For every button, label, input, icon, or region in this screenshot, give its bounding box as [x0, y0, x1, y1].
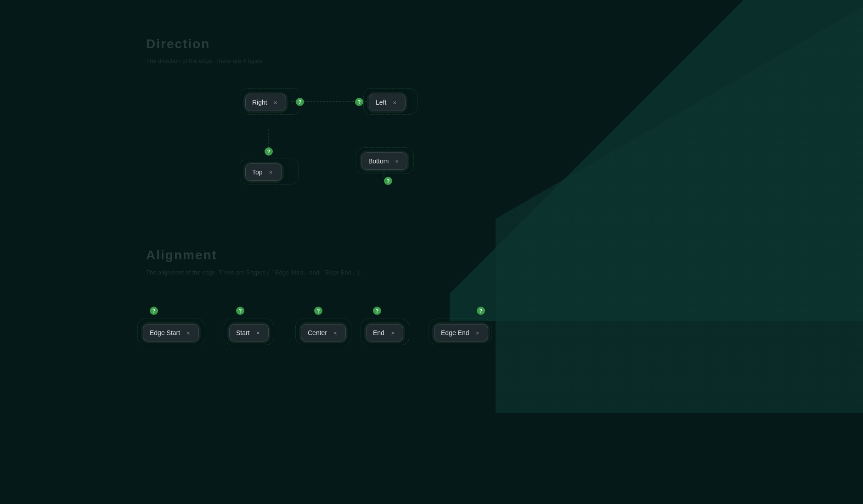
left-node-q-badge[interactable]: ?	[355, 98, 363, 106]
section2-title: Alignment	[146, 248, 217, 263]
start-node-label: Start	[236, 329, 250, 336]
end-node-close[interactable]: ×	[389, 329, 396, 336]
connector-lines	[0, 0, 863, 504]
left-node-close[interactable]: ×	[391, 99, 398, 106]
top-node-label: Top	[252, 168, 263, 176]
center-node[interactable]: Center ×	[301, 324, 346, 342]
bottom-node[interactable]: Bottom ×	[361, 152, 407, 170]
start-node-close[interactable]: ×	[254, 329, 262, 336]
end-node[interactable]: End ×	[366, 324, 403, 342]
bottom-node-label: Bottom	[368, 157, 389, 165]
edge-end-node-q-badge[interactable]: ?	[477, 307, 485, 315]
edge-end-node-close[interactable]: ×	[474, 329, 481, 336]
center-node-close[interactable]: ×	[332, 329, 339, 336]
center-node-q-badge[interactable]: ?	[314, 307, 322, 315]
center-node-label: Center	[308, 329, 327, 336]
edge-start-node-label: Edge Start	[150, 329, 180, 336]
end-node-label: End	[373, 329, 384, 336]
edge-end-node[interactable]: Edge End ×	[434, 324, 488, 342]
section1-desc: The direction of the edge. There are 4 t…	[146, 57, 264, 64]
top-node-close[interactable]: ×	[267, 168, 275, 176]
bg-panel-secondary	[496, 0, 863, 413]
section2-desc: The alignment of the edge. There are 5 t…	[146, 269, 361, 277]
top-node-q-badge[interactable]: ?	[265, 147, 273, 156]
bottom-node-q-badge[interactable]: ?	[384, 177, 392, 185]
left-node-label: Left	[376, 99, 386, 106]
right-node-q-badge[interactable]: ?	[296, 98, 304, 106]
edge-end-node-label: Edge End	[441, 329, 469, 336]
section1-title: Direction	[146, 37, 210, 51]
start-node[interactable]: Start ×	[229, 324, 269, 342]
right-node-close[interactable]: ×	[272, 99, 279, 106]
bottom-node-close[interactable]: ×	[393, 157, 400, 165]
edge-start-node-close[interactable]: ×	[185, 329, 192, 336]
start-node-q-badge[interactable]: ?	[236, 307, 244, 315]
top-node[interactable]: Top ×	[245, 163, 282, 181]
left-node[interactable]: Left ×	[369, 94, 406, 111]
right-node-label: Right	[252, 99, 267, 106]
bg-panel-top-right	[450, 0, 863, 321]
edge-start-node-q-badge[interactable]: ?	[150, 307, 158, 315]
end-node-q-badge[interactable]: ?	[373, 307, 381, 315]
edge-start-node[interactable]: Edge Start ×	[143, 324, 199, 342]
right-node[interactable]: Right ×	[245, 94, 286, 111]
